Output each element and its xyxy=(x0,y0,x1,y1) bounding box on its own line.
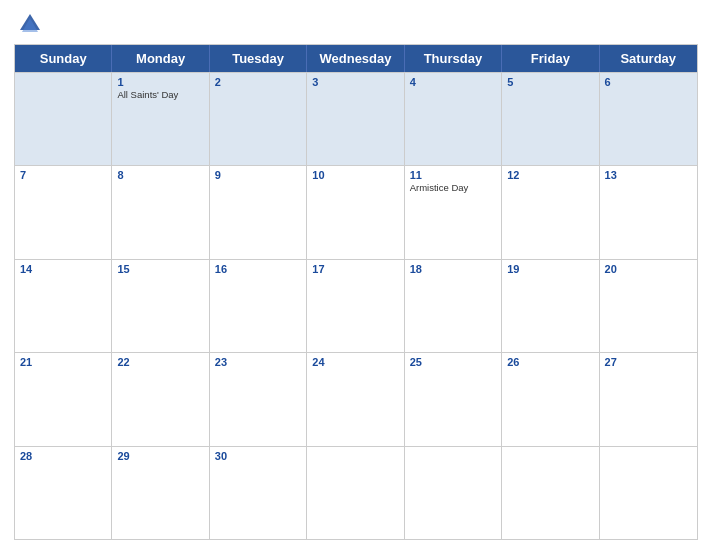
week-row-5: 282930 xyxy=(15,446,697,539)
day-header-thursday: Thursday xyxy=(405,45,502,72)
holiday-name: Armistice Day xyxy=(410,182,496,193)
day-cell: 23 xyxy=(210,353,307,445)
day-cell: 18 xyxy=(405,260,502,352)
day-number: 13 xyxy=(605,169,692,181)
day-number: 30 xyxy=(215,450,301,462)
day-number: 25 xyxy=(410,356,496,368)
day-number: 29 xyxy=(117,450,203,462)
day-cell: 1All Saints' Day xyxy=(112,73,209,165)
day-number: 15 xyxy=(117,263,203,275)
day-cell: 17 xyxy=(307,260,404,352)
day-cell: 25 xyxy=(405,353,502,445)
day-cell: 4 xyxy=(405,73,502,165)
day-cell: 16 xyxy=(210,260,307,352)
day-cell: 7 xyxy=(15,166,112,258)
day-number: 27 xyxy=(605,356,692,368)
day-header-sunday: Sunday xyxy=(15,45,112,72)
day-cell: 20 xyxy=(600,260,697,352)
day-cell xyxy=(502,447,599,539)
calendar-body: 1All Saints' Day234567891011Armistice Da… xyxy=(15,72,697,539)
day-cell: 12 xyxy=(502,166,599,258)
day-number: 26 xyxy=(507,356,593,368)
day-header-monday: Monday xyxy=(112,45,209,72)
day-cell: 10 xyxy=(307,166,404,258)
day-number: 20 xyxy=(605,263,692,275)
day-cell xyxy=(15,73,112,165)
day-number: 1 xyxy=(117,76,203,88)
day-number: 3 xyxy=(312,76,398,88)
day-header-saturday: Saturday xyxy=(600,45,697,72)
day-cell: 8 xyxy=(112,166,209,258)
day-number: 8 xyxy=(117,169,203,181)
day-cell: 14 xyxy=(15,260,112,352)
logo xyxy=(16,10,48,38)
day-cell: 6 xyxy=(600,73,697,165)
day-cell: 21 xyxy=(15,353,112,445)
week-row-2: 7891011Armistice Day1213 xyxy=(15,165,697,258)
day-number: 22 xyxy=(117,356,203,368)
day-cell: 22 xyxy=(112,353,209,445)
day-cell: 13 xyxy=(600,166,697,258)
day-headers-row: SundayMondayTuesdayWednesdayThursdayFrid… xyxy=(15,45,697,72)
day-cell: 24 xyxy=(307,353,404,445)
logo-bird-icon xyxy=(16,10,44,38)
day-cell xyxy=(307,447,404,539)
week-row-3: 14151617181920 xyxy=(15,259,697,352)
day-header-wednesday: Wednesday xyxy=(307,45,404,72)
header xyxy=(14,10,698,38)
day-number: 16 xyxy=(215,263,301,275)
day-cell: 15 xyxy=(112,260,209,352)
day-number: 24 xyxy=(312,356,398,368)
day-number: 18 xyxy=(410,263,496,275)
day-number: 21 xyxy=(20,356,106,368)
week-row-4: 21222324252627 xyxy=(15,352,697,445)
day-cell: 2 xyxy=(210,73,307,165)
day-number: 4 xyxy=(410,76,496,88)
day-cell xyxy=(405,447,502,539)
holiday-name: All Saints' Day xyxy=(117,89,203,100)
day-cell: 11Armistice Day xyxy=(405,166,502,258)
day-cell: 29 xyxy=(112,447,209,539)
day-number: 5 xyxy=(507,76,593,88)
day-cell: 26 xyxy=(502,353,599,445)
day-number: 9 xyxy=(215,169,301,181)
day-number: 17 xyxy=(312,263,398,275)
day-number: 23 xyxy=(215,356,301,368)
day-cell: 28 xyxy=(15,447,112,539)
day-number: 14 xyxy=(20,263,106,275)
week-row-1: 1All Saints' Day23456 xyxy=(15,72,697,165)
day-number: 28 xyxy=(20,450,106,462)
day-number: 11 xyxy=(410,169,496,181)
day-cell: 9 xyxy=(210,166,307,258)
day-cell: 3 xyxy=(307,73,404,165)
day-cell: 30 xyxy=(210,447,307,539)
day-cell: 5 xyxy=(502,73,599,165)
day-number: 6 xyxy=(605,76,692,88)
day-cell: 19 xyxy=(502,260,599,352)
day-header-friday: Friday xyxy=(502,45,599,72)
calendar-grid: SundayMondayTuesdayWednesdayThursdayFrid… xyxy=(14,44,698,540)
day-number: 12 xyxy=(507,169,593,181)
day-number: 19 xyxy=(507,263,593,275)
day-cell: 27 xyxy=(600,353,697,445)
day-header-tuesday: Tuesday xyxy=(210,45,307,72)
day-number: 10 xyxy=(312,169,398,181)
day-cell xyxy=(600,447,697,539)
calendar-page: SundayMondayTuesdayWednesdayThursdayFrid… xyxy=(0,0,712,550)
day-number: 2 xyxy=(215,76,301,88)
day-number: 7 xyxy=(20,169,106,181)
